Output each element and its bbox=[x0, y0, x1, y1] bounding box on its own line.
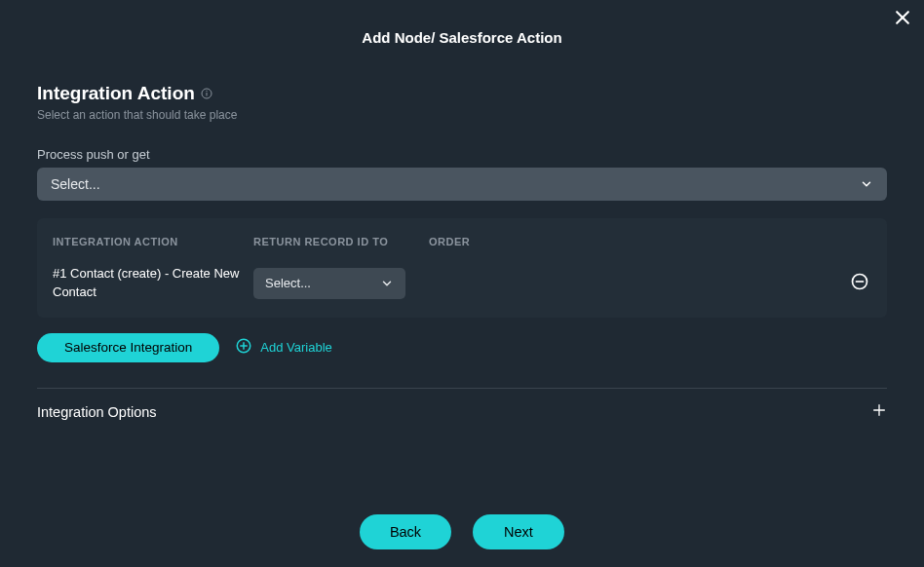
section-subtitle: Select an action that should take place bbox=[37, 108, 887, 122]
modal-title: Add Node/ Salesforce Action bbox=[0, 0, 924, 46]
add-variable-button[interactable]: Add Variable bbox=[235, 337, 331, 358]
integration-table: INTEGRATION ACTION RETURN RECORD ID TO O… bbox=[37, 218, 887, 318]
action-buttons-row: Salesforce Integration Add Variable bbox=[37, 333, 887, 362]
return-record-select[interactable]: Select... bbox=[253, 268, 405, 299]
back-button[interactable]: Back bbox=[360, 514, 451, 549]
return-select-placeholder: Select... bbox=[265, 276, 311, 290]
section-title-row: Integration Action bbox=[37, 83, 887, 104]
remove-row-button[interactable] bbox=[848, 272, 871, 295]
table-row: #1 Contact (create) - Create New Contact… bbox=[53, 265, 871, 302]
modal-container: Add Node/ Salesforce Action Integration … bbox=[0, 0, 924, 567]
integration-options-title: Integration Options bbox=[37, 404, 157, 420]
close-icon bbox=[893, 14, 912, 30]
plus-icon bbox=[871, 402, 887, 422]
modal-content: Integration Action Select an action that… bbox=[0, 46, 924, 422]
table-header-row: INTEGRATION ACTION RETURN RECORD ID TO O… bbox=[53, 236, 871, 247]
footer: Back Next bbox=[0, 514, 924, 549]
info-icon[interactable] bbox=[201, 88, 212, 99]
section-title: Integration Action bbox=[37, 83, 195, 104]
add-variable-label: Add Variable bbox=[260, 340, 331, 355]
salesforce-integration-button[interactable]: Salesforce Integration bbox=[37, 333, 219, 362]
col-header-action: INTEGRATION ACTION bbox=[53, 236, 253, 247]
chevron-down-icon bbox=[860, 177, 873, 191]
plus-circle-icon bbox=[235, 337, 252, 358]
process-select-placeholder: Select... bbox=[51, 176, 100, 192]
next-button[interactable]: Next bbox=[473, 514, 564, 549]
process-field-label: Process push or get bbox=[37, 147, 887, 162]
chevron-down-icon bbox=[380, 277, 394, 290]
integration-options-toggle[interactable]: Integration Options bbox=[37, 402, 887, 422]
divider bbox=[37, 388, 887, 389]
col-header-order: ORDER bbox=[429, 236, 871, 247]
svg-point-4 bbox=[207, 91, 208, 92]
row-action-text: #1 Contact (create) - Create New Contact bbox=[53, 265, 253, 302]
remove-icon bbox=[850, 272, 869, 295]
process-select[interactable]: Select... bbox=[37, 168, 887, 201]
close-button[interactable] bbox=[893, 8, 912, 31]
col-header-return: RETURN RECORD ID TO bbox=[253, 236, 429, 247]
